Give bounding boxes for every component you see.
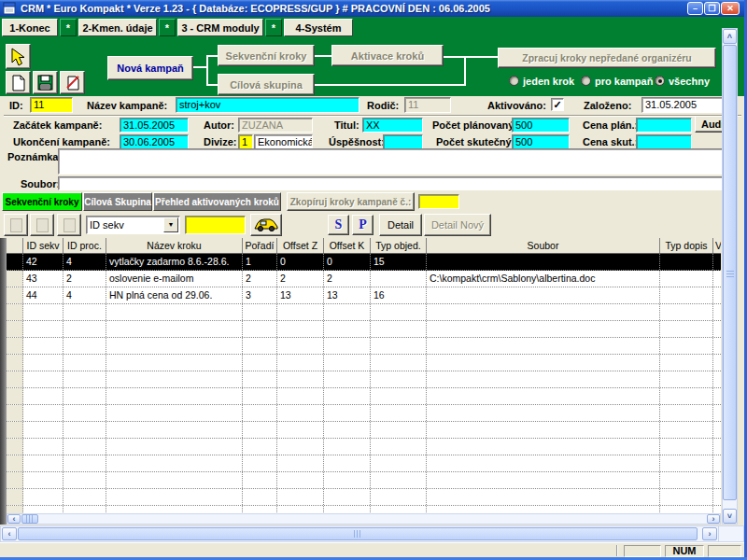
- menu-item-system[interactable]: 4-Systém: [284, 19, 353, 36]
- grid-edit-button[interactable]: [57, 214, 81, 236]
- status-cell-scroll: [708, 545, 741, 557]
- table-hscrollbar[interactable]: ‹ ›: [7, 513, 721, 525]
- cell: [243, 489, 277, 505]
- sort-dropdown[interactable]: ID sekv ▼: [86, 216, 180, 234]
- table-row[interactable]: 43 2 oslovenie e-mailom 2 2 2 C:\kompakt…: [7, 271, 721, 287]
- window-hscrollbar[interactable]: ‹ ›: [0, 525, 719, 542]
- row-selector[interactable]: [7, 287, 23, 303]
- campaign-name-field[interactable]: stroj+kov: [176, 97, 359, 113]
- scroll-right-icon[interactable]: ›: [707, 514, 720, 524]
- cell: [427, 338, 660, 354]
- cell: [63, 321, 106, 337]
- window-hscroll-thumb[interactable]: [18, 527, 698, 540]
- new-campaign-button[interactable]: Nová kampaň: [107, 56, 193, 80]
- detail-new-button[interactable]: Detail Nový: [424, 214, 491, 236]
- table-hscroll-thumb[interactable]: [21, 514, 38, 524]
- scroll-left-icon[interactable]: ‹: [7, 514, 21, 524]
- file-field[interactable]: [58, 176, 725, 190]
- tab-sequential-steps[interactable]: Sekvenční kroky: [2, 192, 82, 211]
- detail-button[interactable]: Detail: [379, 214, 422, 236]
- radio-all-label: všechny: [669, 76, 710, 87]
- cell: [427, 405, 660, 421]
- scroll-up-icon[interactable]: ˄: [723, 29, 737, 44]
- copy-steps-button[interactable]: Zkopíruj kroky kampaně č.:: [287, 192, 415, 211]
- menu-item-kmen-udaje[interactable]: 2-Kmen. údaje: [78, 19, 157, 36]
- cell: [713, 489, 721, 505]
- menu-item-crm-moduly[interactable]: 3 - CRM moduly: [177, 19, 263, 36]
- s-button[interactable]: S: [328, 215, 349, 235]
- cell: [371, 371, 427, 387]
- author-label: Autor:: [204, 119, 234, 131]
- cancel-edit-button[interactable]: [60, 71, 85, 94]
- flow-line: [206, 84, 218, 86]
- row-selector[interactable]: [7, 254, 23, 270]
- menu-star-3[interactable]: *: [265, 19, 282, 36]
- created-field[interactable]: 31.05.2005: [641, 97, 735, 113]
- tab-target-group[interactable]: Cílová Skupina: [83, 192, 152, 211]
- scroll-left-icon[interactable]: ‹: [2, 527, 17, 540]
- close-button[interactable]: ✕: [721, 2, 740, 15]
- end-field[interactable]: 30.06.2005: [120, 134, 189, 149]
- cell: [106, 422, 243, 438]
- tab-activated-steps-overview[interactable]: Přehled aktivovaných kroků: [153, 192, 281, 211]
- cell: [713, 355, 721, 371]
- campaign-name-label: Název kampaně:: [87, 100, 167, 111]
- note-textarea[interactable]: [58, 148, 725, 175]
- cell: 2: [243, 271, 277, 287]
- save-button[interactable]: [33, 71, 58, 94]
- filter-field[interactable]: [185, 216, 246, 234]
- success-field[interactable]: [383, 134, 423, 149]
- table-row[interactable]: 44 4 HN plná cena od 29.06. 3 13 13 16: [7, 287, 721, 304]
- radio-per-campaign[interactable]: [581, 76, 591, 86]
- row-selector[interactable]: [7, 271, 23, 287]
- activated-label: Aktivováno:: [487, 100, 546, 111]
- empty-row: [7, 371, 721, 388]
- p-button[interactable]: P: [352, 215, 374, 235]
- grid-save-button[interactable]: [30, 214, 54, 236]
- cell: [23, 355, 63, 371]
- cell: [371, 271, 427, 287]
- cell: [23, 371, 63, 387]
- cell: [660, 439, 713, 455]
- cell: [371, 355, 427, 371]
- scroll-down-icon[interactable]: ˅: [723, 509, 737, 524]
- table-row[interactable]: 42 4 vytlačky zadarmo 8.6.-28.6. 1 0 0 1…: [7, 254, 721, 271]
- process-steps-button[interactable]: Zpracuj kroky nepředané organizéru: [498, 48, 716, 68]
- minimize-button[interactable]: –: [687, 2, 703, 15]
- restore-button[interactable]: ❐: [704, 2, 720, 15]
- cell: [63, 489, 106, 505]
- new-record-button[interactable]: [6, 71, 31, 94]
- chevron-down-icon[interactable]: ▼: [163, 217, 178, 232]
- start-field[interactable]: 31.05.2005: [120, 118, 189, 133]
- price-actual-field[interactable]: [636, 134, 692, 149]
- select-arrow-button[interactable]: [6, 44, 31, 69]
- sequential-steps-button[interactable]: Sekvenční kroky: [218, 45, 315, 66]
- id-field[interactable]: 11: [30, 97, 73, 113]
- vscroll-thumb[interactable]: [723, 45, 737, 500]
- copy-steps-campaign-field[interactable]: [418, 194, 459, 209]
- menu-item-konec[interactable]: 1-Konec: [2, 19, 58, 36]
- step-activation-button[interactable]: Aktivace kroků: [331, 45, 444, 66]
- activated-checkbox[interactable]: ✓: [551, 98, 564, 111]
- cell: [106, 439, 243, 455]
- menu-star-2[interactable]: *: [159, 19, 176, 36]
- cell: 16: [371, 287, 427, 303]
- grid-new-button[interactable]: [4, 214, 28, 236]
- cell: [660, 355, 713, 371]
- planned-field[interactable]: 500: [512, 118, 570, 133]
- flow-line: [315, 55, 331, 57]
- vertical-scrollbar[interactable]: ˄ ˅: [722, 28, 738, 525]
- scroll-right-icon[interactable]: ›: [702, 527, 717, 540]
- target-group-button[interactable]: Cílová skupina: [218, 74, 315, 95]
- menu-star-1[interactable]: *: [60, 19, 77, 36]
- cell: [277, 455, 324, 471]
- radio-all[interactable]: [655, 76, 665, 86]
- actual-field[interactable]: 500: [512, 134, 570, 149]
- car-button[interactable]: [250, 214, 282, 236]
- cell: [23, 506, 63, 513]
- radio-one-step[interactable]: [509, 76, 519, 86]
- division-code-field[interactable]: 1: [238, 134, 253, 149]
- title-field[interactable]: XX: [362, 118, 423, 133]
- title-bar: CRM * Euro Kompakt * Verze 1.23 - { Data…: [0, 0, 747, 17]
- price-plan-field[interactable]: [636, 118, 692, 133]
